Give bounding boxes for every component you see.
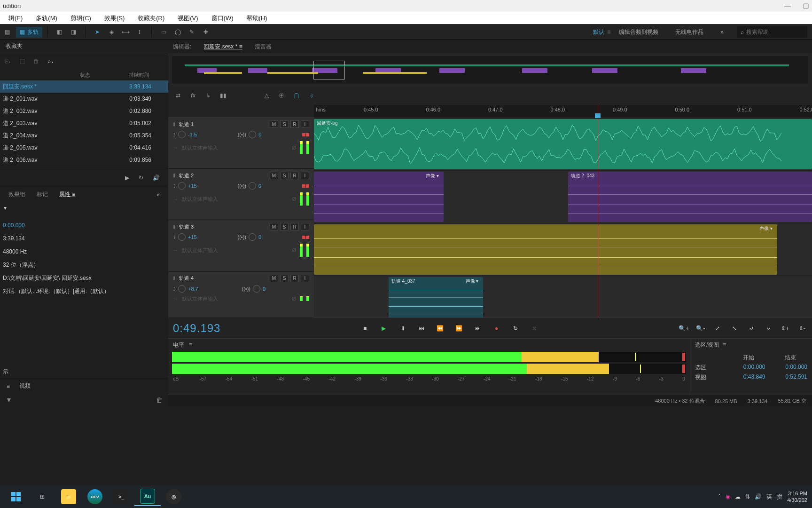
menu-收藏夹(R)[interactable]: 收藏夹(R)	[131, 14, 171, 23]
razor-tool[interactable]: ◈	[104, 26, 118, 38]
preview-autoplay-icon[interactable]: 🔊	[153, 175, 160, 181]
timecode-display[interactable]: 0:49.193	[173, 322, 220, 335]
snap-icon[interactable]: ⊞	[276, 90, 287, 101]
audio-clip[interactable]: 声像 ▾	[314, 224, 777, 275]
time-select-tool[interactable]: I	[133, 26, 147, 38]
heal-tool[interactable]: ✚	[199, 26, 213, 38]
go-to-start-button[interactable]: ⏮	[416, 323, 427, 333]
record-button[interactable]: ●	[492, 323, 502, 333]
zoom-out-point-icon[interactable]: ⤿	[763, 323, 773, 333]
menu-窗口(W)[interactable]: 窗口(W)	[205, 14, 240, 23]
move-tool[interactable]: ➤	[90, 26, 104, 38]
pause-button[interactable]: ⏸	[398, 323, 408, 333]
audio-clip[interactable]: 声像 ▾	[314, 172, 444, 222]
taskbar-explorer[interactable]: 📁	[55, 487, 82, 506]
arm-record-button[interactable]: R	[290, 120, 299, 128]
file-row[interactable]: 道 2_005.wav0:04.416	[0, 142, 168, 154]
waveform-view-button[interactable]: ▤	[0, 26, 14, 38]
fx-icon[interactable]: fx	[188, 90, 198, 101]
track-lane-2[interactable]: 声像 ▾ 轨道 2_043	[314, 171, 812, 223]
timeline[interactable]: hms 0:45.00:46.00:47.00:48.00:49.00:50.0…	[314, 105, 812, 318]
send-icon[interactable]: ↳	[203, 90, 213, 101]
tray-clock[interactable]: 3:16 PM4/30/202	[787, 490, 807, 503]
skip-selection-icon[interactable]: ⤭	[529, 323, 539, 333]
fx-tab-0[interactable]: 效果组	[8, 190, 25, 198]
track-header-4[interactable]: ⫴轨道 4 M S R I ⫶+8.7 ((•))0 →默认立体声输入Ø	[168, 272, 314, 318]
open-recent-icon[interactable]: ⎘▾	[5, 58, 11, 64]
taskbar-search[interactable]: ⊞	[29, 487, 55, 506]
monitor-button[interactable]: I	[301, 223, 309, 230]
time-ruler[interactable]: hms 0:45.00:46.00:47.00:48.00:49.00:50.0…	[314, 105, 812, 118]
playhead-return-icon[interactable]: ⎀	[306, 90, 317, 101]
workspace-item-1[interactable]: 编辑音频到视频	[619, 28, 658, 36]
monitor-button[interactable]: I	[301, 120, 309, 128]
zoom-in-icon[interactable]: 🔍+	[679, 323, 689, 333]
marquee-tool[interactable]: ▭	[156, 26, 171, 38]
preview-play-icon[interactable]: ▶	[125, 175, 129, 181]
forward-button[interactable]: ⏩	[454, 323, 464, 333]
tray-onedrive-icon[interactable]: ☁	[735, 493, 741, 500]
taskbar-edge[interactable]: DEV	[82, 487, 108, 506]
arm-record-button[interactable]: R	[290, 223, 299, 230]
arm-record-button[interactable]: R	[290, 172, 299, 179]
monitor-button[interactable]: I	[301, 275, 309, 282]
mute-button[interactable]: M	[270, 223, 278, 230]
workspace-default[interactable]: 默认	[593, 28, 604, 36]
mute-button[interactable]: M	[270, 172, 278, 179]
workspace-item-2[interactable]: 无线电作品	[675, 28, 703, 36]
taskbar-terminal[interactable]: >_	[108, 487, 134, 506]
menu-多轨(M)[interactable]: 多轨(M)	[29, 14, 64, 23]
selection-menu-icon[interactable]: ≡	[723, 341, 726, 348]
zoom-in-point-icon[interactable]: ⤾	[746, 323, 757, 333]
track-lane-3[interactable]: 声像 ▾	[314, 223, 812, 276]
file-row[interactable]: 道 2_003.wav0:05.802	[0, 117, 168, 129]
maximize-button[interactable]: ☐	[803, 2, 809, 10]
zoom-selection-icon[interactable]: ⤡	[729, 323, 740, 333]
audio-clip[interactable]: 轨道 4_037声像 ▾	[389, 277, 483, 318]
loop-playback-icon[interactable]: ⇄	[173, 90, 183, 101]
file-row[interactable]: 道 2_001.wav0:03.349	[0, 93, 168, 105]
tray-wifi-icon[interactable]: ⇅	[745, 493, 750, 500]
menu-视图(V)[interactable]: 视图(V)	[171, 14, 204, 23]
workspace-more[interactable]: »	[720, 29, 724, 35]
tray-volume-icon[interactable]: 🔊	[755, 493, 762, 500]
zoom-full-icon[interactable]: ⤢	[712, 323, 723, 333]
track-lane-1[interactable]: 回延安-bg	[314, 118, 812, 171]
mute-button[interactable]: M	[270, 120, 278, 128]
active-session-tab[interactable]: 回延安.sesx * ≡	[203, 43, 242, 51]
track-header-1[interactable]: ⫴轨道 1 M S R I ⫶-1.5 ((•))0 →默认立体声输入Ø	[168, 118, 314, 169]
minimize-button[interactable]: —	[784, 2, 791, 10]
tray-chevron-icon[interactable]: ˄	[718, 493, 721, 500]
dropdown-icon[interactable]: ▼	[6, 396, 12, 404]
go-to-end-button[interactable]: ⏭	[473, 323, 483, 333]
menu-辑(E)[interactable]: 辑(E)	[2, 14, 29, 23]
tray-ime-lang[interactable]: 英	[766, 493, 772, 501]
solo-button[interactable]: S	[280, 275, 289, 282]
file-row[interactable]: 回延安.sesx *3:39.134	[0, 80, 168, 93]
track-header-3[interactable]: ⫴轨道 3 M S R I ⫶+15 ((•))0 →默认立体声输入Ø	[168, 220, 314, 271]
mixer-tab[interactable]: 混音器	[255, 43, 272, 51]
navigator-overview[interactable]	[172, 56, 808, 84]
audio-clip[interactable]: 轨道 2_043	[568, 172, 812, 222]
taskbar-obs[interactable]: ◎	[161, 487, 187, 506]
play-button[interactable]: ▶	[379, 323, 389, 333]
fx-tab-2[interactable]: 属性 ≡	[59, 190, 75, 198]
multitrack-view-button[interactable]: ▦多轨	[16, 27, 42, 38]
fx-tab-1[interactable]: 标记	[37, 190, 48, 198]
menu-帮助(H)[interactable]: 帮助(H)	[240, 14, 274, 23]
solo-button[interactable]: S	[280, 223, 289, 230]
audio-clip[interactable]: 回延安-bg	[314, 119, 812, 169]
tray-graphics-icon[interactable]: ◉	[726, 493, 730, 500]
hud-toggle-icon[interactable]: ◧	[52, 26, 66, 38]
taskbar-audition[interactable]: Au	[134, 487, 161, 506]
delete-icon[interactable]: 🗑	[33, 58, 39, 64]
trash-icon[interactable]: 🗑	[156, 396, 163, 404]
track-header-2[interactable]: ⫴轨道 2 M S R I ⫶+15 ((•))0 →默认立体声输入Ø	[168, 169, 314, 220]
lasso-tool[interactable]: ◯	[171, 26, 185, 38]
tray-ime-mode[interactable]: 拼	[777, 493, 782, 501]
file-row[interactable]: 道 2_006.wav0:09.856	[0, 154, 168, 166]
metronome-icon[interactable]: △	[261, 90, 272, 101]
loop-button[interactable]: ↻	[510, 323, 521, 333]
stop-button[interactable]: ■	[360, 323, 370, 333]
spectral-toggle-icon[interactable]: ◨	[66, 26, 80, 38]
